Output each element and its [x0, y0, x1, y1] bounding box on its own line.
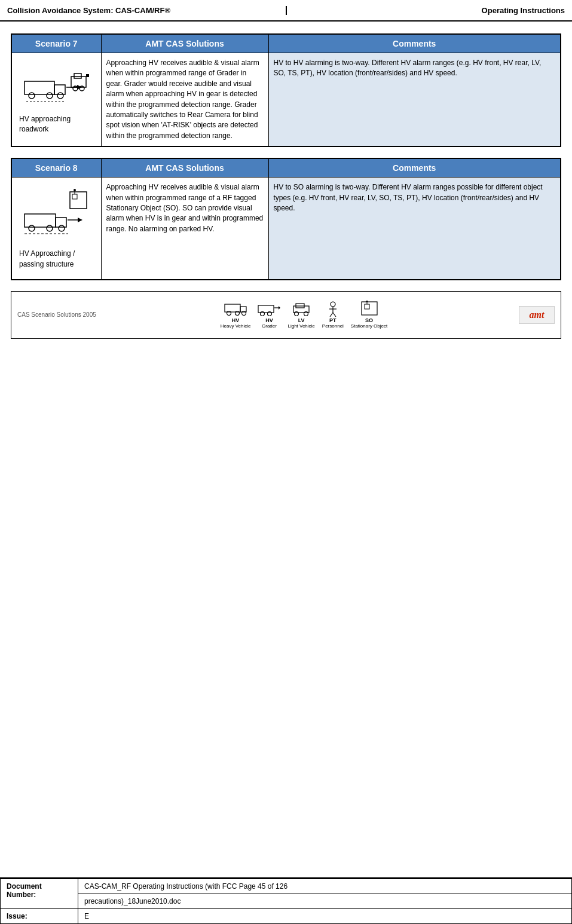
legend-lv-svg — [290, 301, 313, 317]
legend-hv-heavy: HV Heavy Vehicle — [221, 301, 251, 329]
legend-so-svg — [360, 301, 379, 317]
scenario8-amt-cell: Approaching HV receives audible & visual… — [101, 178, 268, 280]
svg-line-43 — [333, 313, 336, 317]
svg-rect-30 — [258, 305, 274, 313]
svg-point-20 — [47, 225, 53, 231]
scenario8-amt-text: Approaching HV receives audible & visual… — [106, 183, 264, 233]
legend-lv-abbr: LV — [298, 317, 305, 323]
footer-table: Document Number: CAS-CAM_RF Operating In… — [0, 879, 572, 924]
legend-footer: CAS Scenario Solutions 2005 HV Heavy Veh… — [11, 291, 561, 339]
svg-marker-24 — [78, 218, 82, 222]
svg-point-2 — [29, 93, 35, 99]
legend-hv-label: Heavy Vehicle — [221, 323, 251, 329]
legend-pt: PT Personnel — [322, 301, 344, 329]
scenario8-comments-text: HV to SO alarming is two-way. Different … — [274, 183, 543, 212]
svg-point-4 — [57, 93, 63, 99]
footer-row2: precautions)_18June2010.doc — [1, 894, 572, 909]
svg-line-42 — [330, 313, 333, 317]
legend-so: SO Stationary Object — [351, 301, 387, 329]
scenario7-data-row: HV approaching roadwork Approaching HV r… — [11, 53, 561, 147]
scenario7-heading: Scenario 7 — [11, 34, 101, 53]
doc-number-label: Document Number: — [1, 879, 78, 909]
svg-marker-32 — [279, 306, 280, 310]
main-content: Scenario 7 AMT CAS Solutions Comments — [0, 22, 572, 351]
svg-point-11 — [79, 86, 84, 91]
header-title-right: Operating Instructions — [287, 6, 573, 15]
comments8-heading: Comments — [268, 158, 561, 178]
scenario7-comments-cell: HV to HV alarming is two-way. Different … — [268, 53, 561, 147]
legend-so-label: Stationary Object — [351, 323, 387, 329]
scenario7-table: Scenario 7 AMT CAS Solutions Comments — [11, 33, 561, 147]
scenario8-heading: Scenario 8 — [11, 158, 101, 178]
svg-rect-14 — [72, 194, 77, 199]
scenario7-header-row: Scenario 7 AMT CAS Solutions Comments — [11, 34, 561, 53]
scenario8-header-row: Scenario 8 AMT CAS Solutions Comments — [11, 158, 561, 178]
svg-point-19 — [29, 225, 35, 231]
issue-label: Issue: — [1, 909, 78, 924]
svg-rect-25 — [225, 304, 240, 312]
scenario8-diagram-cell: HV Approaching / passing structure — [11, 178, 101, 280]
svg-point-39 — [331, 302, 335, 307]
scenario8-cell-inner: HV Approaching / passing structure — [17, 182, 96, 274]
svg-point-10 — [73, 86, 78, 91]
scenario7-comments-text: HV to HV alarming is two-way. Different … — [274, 59, 542, 77]
legend-pt-label: Personnel — [322, 323, 344, 329]
scenario8-label: HV Approaching / passing structure — [19, 249, 94, 270]
scenario7-amt-cell: Approaching HV receives audible & visual… — [101, 53, 268, 147]
svg-point-21 — [59, 225, 65, 231]
scenario8-comments-cell: HV to SO alarming is two-way. Different … — [268, 178, 561, 280]
doc-number-value2: precautions)_18June2010.doc — [78, 894, 572, 909]
scenario8-data-row: HV Approaching / passing structure Appro… — [11, 178, 561, 280]
svg-rect-12 — [86, 74, 89, 77]
legend-icons-container: HV Heavy Vehicle HV Grader — [101, 301, 507, 329]
comments7-heading: Comments — [268, 34, 561, 53]
footer-row3: Issue: E — [1, 909, 572, 924]
amt8-heading: AMT CAS Solutions — [101, 158, 268, 178]
scenario7-amt-text: Approaching HV receives audible & visual… — [106, 59, 259, 140]
legend-so-abbr: SO — [365, 317, 373, 323]
legend-hv-abbr: HV — [232, 317, 240, 323]
amt-logo-text: amt — [530, 310, 545, 320]
legend-grader-svg — [258, 301, 280, 317]
svg-rect-9 — [74, 74, 81, 78]
scenario7-diagram-cell: HV approaching roadwork — [11, 53, 101, 147]
legend-lv: LV Light Vehicle — [287, 301, 314, 329]
legend-hv-grader: HV Grader — [258, 301, 280, 329]
scenario8-table: Scenario 8 AMT CAS Solutions Comments — [11, 158, 561, 280]
issue-value: E — [78, 909, 572, 924]
legend-grader-abbr: HV — [265, 317, 273, 323]
scenario8-svg — [23, 187, 89, 244]
svg-rect-45 — [365, 304, 369, 309]
amt7-heading: AMT CAS Solutions — [101, 34, 268, 53]
legend-grader-label: Grader — [262, 323, 277, 329]
scenario7-label: HV approaching roadwork — [19, 114, 94, 135]
page-header: Collision Avoidance System: CAS-CAM/RF® … — [0, 0, 572, 22]
amt-logo: amt — [519, 306, 555, 324]
legend-hv-svg — [224, 301, 247, 317]
svg-point-3 — [47, 93, 53, 99]
legend-pt-svg — [325, 301, 341, 317]
scenario7-cell-inner: HV approaching roadwork — [17, 60, 96, 140]
legend-copyright: CAS Scenario Solutions 2005 — [17, 311, 101, 318]
legend-pt-abbr: PT — [329, 317, 337, 323]
footer-row1: Document Number: CAS-CAM_RF Operating In… — [1, 879, 572, 894]
header-title-left: Collision Avoidance System: CAS-CAM/RF® — [0, 6, 287, 15]
doc-number-value: CAS-CAM_RF Operating Instructions (with … — [78, 879, 572, 894]
scenario7-svg — [23, 65, 89, 109]
page-footer: Document Number: CAS-CAM_RF Operating In… — [0, 877, 572, 924]
legend-lv-label: Light Vehicle — [287, 323, 314, 329]
svg-point-16 — [74, 189, 76, 191]
